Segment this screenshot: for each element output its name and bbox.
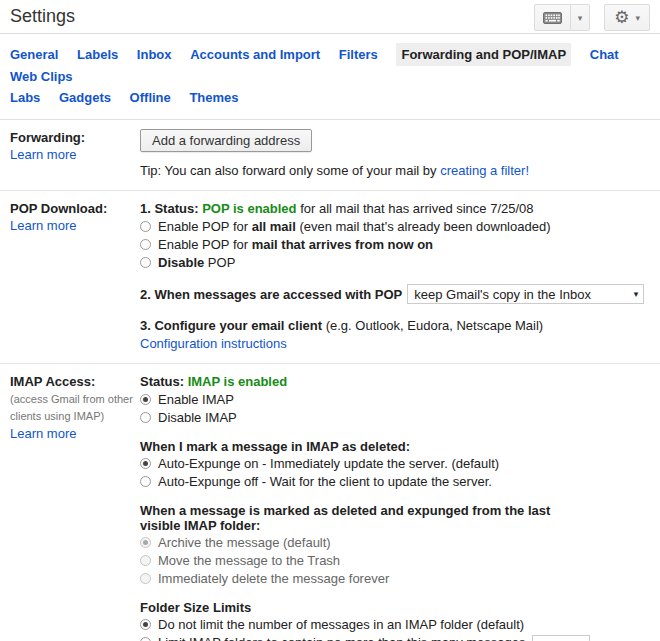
radio-label: Enable POP for mail that arrives from no…	[158, 237, 433, 252]
chevron-down-icon: ▾	[634, 289, 639, 299]
tab-accounts-and-import[interactable]: Accounts and Import	[190, 44, 320, 65]
radio-option-auto-expunge-off: Auto-Expunge off - Wait for the client t…	[140, 474, 650, 489]
imap-status-line: Status: IMAP is enabled	[140, 374, 650, 389]
radio-disable-imap[interactable]	[140, 412, 151, 423]
pop-status-line: 1. Status: POP is enabled for all mail t…	[140, 201, 650, 216]
radio-label: Move the message to the Trash	[158, 553, 340, 568]
creating-a-filter-link[interactable]: creating a filter!	[440, 163, 529, 178]
tab-inbox[interactable]: Inbox	[137, 44, 172, 65]
chevron-down-icon: ▾	[635, 13, 640, 23]
pop-accessed-row: 2. When messages are accessed with POP k…	[140, 284, 650, 304]
radio-option-move-to-trash: Move the message to the Trash	[140, 553, 650, 568]
radio-label: Immediately delete the message forever	[158, 571, 389, 586]
imap-section-content: Status: IMAP is enabled Enable IMAP Disa…	[140, 373, 650, 641]
radio-label: Auto-Expunge off - Wait for the client t…	[158, 474, 492, 489]
header-actions: ▾ ⚙ ▾	[534, 4, 650, 31]
imap-status-value: IMAP is enabled	[188, 374, 287, 389]
folder-limit-select[interactable]: 1,000 ▾	[532, 635, 590, 641]
tab-chat[interactable]: Chat	[590, 44, 619, 65]
pop-section-label: POP Download: Learn more	[10, 200, 140, 351]
tab-labels[interactable]: Labels	[77, 44, 118, 65]
radio-enable-pop-all-mail[interactable]	[140, 221, 151, 232]
pop-status-value: POP is enabled	[202, 201, 296, 216]
imap-section-note: (access Gmail from other clients using I…	[10, 391, 140, 424]
imap-access-section: IMAP Access: (access Gmail from other cl…	[0, 364, 660, 641]
tab-filters[interactable]: Filters	[339, 44, 378, 65]
radio-option-disable-imap: Disable IMAP	[140, 410, 650, 425]
keyboard-dropdown-button[interactable]: ▾	[571, 4, 591, 31]
forwarding-learn-more-link[interactable]: Learn more	[10, 147, 76, 162]
radio-delete-forever	[140, 573, 151, 584]
imap-learn-more-link[interactable]: Learn more	[10, 426, 76, 441]
section-title: Forwarding:	[10, 130, 140, 145]
radio-option-enable-imap: Enable IMAP	[140, 392, 650, 407]
keyboard-icon	[543, 12, 562, 24]
pop-learn-more-link[interactable]: Learn more	[10, 218, 76, 233]
tab-gadgets[interactable]: Gadgets	[59, 87, 111, 108]
radio-option-disable-pop: Disable POP	[140, 255, 650, 270]
add-forwarding-address-button[interactable]: Add a forwarding address	[140, 129, 312, 152]
imap-section-label: IMAP Access: (access Gmail from other cl…	[10, 373, 140, 641]
select-value: keep Gmail's copy in the Inbox	[414, 287, 591, 302]
select-value: 1,000	[539, 638, 572, 641]
imap-expunge-heading: When a message is marked as deleted and …	[140, 503, 570, 533]
folder-size-limits-heading: Folder Size Limits	[140, 600, 570, 615]
forwarding-section: Forwarding: Learn more Add a forwarding …	[0, 120, 660, 191]
configure-client-label: 3. Configure your email client	[140, 318, 322, 333]
settings-tab-bar: General Labels Inbox Accounts and Import…	[0, 34, 660, 120]
section-title: IMAP Access:	[10, 374, 140, 389]
pop-configure-line: 3. Configure your email client (e.g. Out…	[140, 318, 650, 333]
status-label: Status:	[140, 374, 188, 389]
pop-accessed-label: 2. When messages are accessed with POP	[140, 287, 402, 302]
gear-icon: ⚙	[614, 9, 629, 26]
status-suffix: for all mail that has arrived since 7/25…	[297, 201, 534, 216]
tip-text: Tip: You can also forward only some of y…	[140, 163, 440, 178]
header: Settings ▾ ⚙ ▾	[0, 0, 660, 34]
tab-forwarding-and-pop-imap[interactable]: Forwarding and POP/IMAP	[396, 43, 571, 66]
radio-auto-expunge-on[interactable]	[140, 458, 151, 469]
radio-option-delete-forever: Immediately delete the message forever	[140, 571, 650, 586]
radio-limit-folders[interactable]	[140, 637, 151, 641]
forwarding-section-content: Add a forwarding address Tip: You can al…	[140, 129, 650, 178]
radio-option-limit-folders: Limit IMAP folders to contain no more th…	[140, 635, 650, 641]
settings-gear-button[interactable]: ⚙ ▾	[604, 4, 650, 31]
imap-deleted-heading: When I mark a message in IMAP as deleted…	[140, 439, 570, 454]
status-label: 1. Status:	[140, 201, 202, 216]
pop-configuration-instructions-link[interactable]: Configuration instructions	[140, 336, 287, 351]
radio-archive-message	[140, 537, 151, 548]
section-title: POP Download:	[10, 201, 140, 216]
radio-auto-expunge-off[interactable]	[140, 476, 151, 487]
tab-general[interactable]: General	[10, 44, 58, 65]
pop-download-section: POP Download: Learn more 1. Status: POP …	[0, 191, 660, 364]
keyboard-button-group: ▾	[534, 4, 591, 31]
radio-label: Do not limit the number of messages in a…	[158, 617, 524, 632]
radio-option-enable-pop-all-mail: Enable POP for all mail (even mail that'…	[140, 219, 650, 234]
tab-web-clips[interactable]: Web Clips	[10, 66, 73, 87]
tab-labs[interactable]: Labs	[10, 87, 40, 108]
forwarding-section-label: Forwarding: Learn more	[10, 129, 140, 178]
tab-themes[interactable]: Themes	[189, 87, 238, 108]
radio-move-to-trash	[140, 555, 151, 566]
radio-enable-pop-from-now-on[interactable]	[140, 239, 151, 250]
pop-section-content: 1. Status: POP is enabled for all mail t…	[140, 200, 650, 351]
radio-do-not-limit[interactable]	[140, 619, 151, 630]
page-title: Settings	[10, 4, 75, 27]
radio-option-do-not-limit: Do not limit the number of messages in a…	[140, 617, 650, 632]
tab-offline[interactable]: Offline	[130, 87, 171, 108]
radio-label: Auto-Expunge on - Immediately update the…	[158, 456, 499, 471]
pop-action-select[interactable]: keep Gmail's copy in the Inbox ▾	[407, 284, 644, 304]
radio-option-archive-message: Archive the message (default)	[140, 535, 650, 550]
radio-label: Archive the message (default)	[158, 535, 331, 550]
radio-option-enable-pop-from-now-on: Enable POP for mail that arrives from no…	[140, 237, 650, 252]
radio-label: Disable POP	[158, 255, 235, 270]
radio-option-auto-expunge-on: Auto-Expunge on - Immediately update the…	[140, 456, 650, 471]
radio-label: Enable POP for all mail (even mail that'…	[158, 219, 551, 234]
radio-disable-pop[interactable]	[140, 257, 151, 268]
keyboard-button[interactable]	[534, 4, 571, 31]
radio-label: Disable IMAP	[158, 410, 237, 425]
forwarding-tip: Tip: You can also forward only some of y…	[140, 163, 650, 178]
chevron-down-icon: ▾	[578, 13, 583, 23]
radio-enable-imap[interactable]	[140, 394, 151, 405]
radio-label: Limit IMAP folders to contain no more th…	[158, 635, 526, 641]
configure-client-examples: (e.g. Outlook, Eudora, Netscape Mail)	[322, 318, 543, 333]
